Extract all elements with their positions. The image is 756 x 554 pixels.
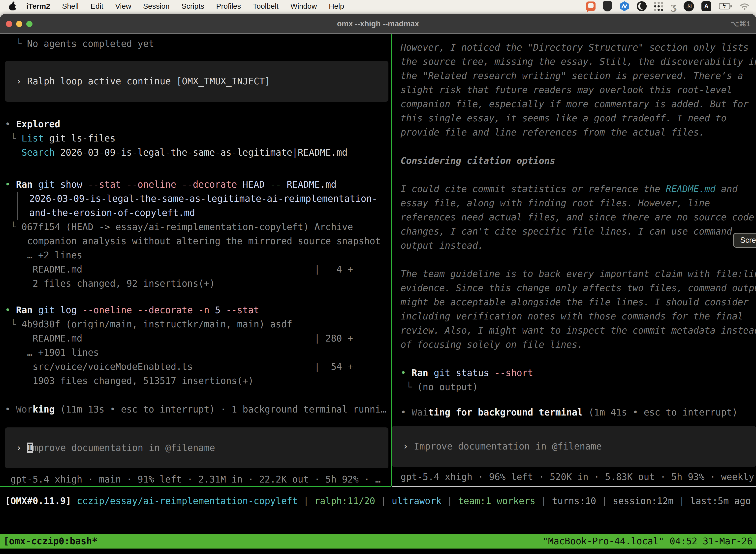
terminal-gap [5,417,391,428]
terminal-text-segment: (1m 41s • esc to interrupt) [583,407,738,418]
wifi-icon[interactable] [739,2,750,10]
blue-badge-icon[interactable] [619,1,629,11]
terminal-text-segment: The team guideline is to back every impo… [400,269,756,279]
terminal-text-segment: › [16,443,27,453]
terminal-text-segment: review. Also, I might want to inspect th… [400,325,756,336]
prompt-input-box[interactable]: › Improve documentation in @filename [392,426,756,467]
terminal-text-segment: git [38,179,55,190]
screen-share-pill[interactable]: Scre [733,233,756,248]
terminal-line: └ List git ls-files [5,131,391,146]
terminal-line: • Explored [5,117,391,131]
prompt-input-box[interactable]: › Ralph loop active continue [OMX_TMUX_I… [5,61,388,102]
terminal-line: gpt-5.4 xhigh · 96% left · 520K in · 5.8… [400,470,756,484]
terminal-text-segment: README.md [666,184,715,195]
apple-menu-icon[interactable] [8,1,17,11]
battery-bolt-icon: ϟ [722,2,726,9]
terminal-text-segment [5,147,21,158]
terminal-line: I could cite commit statistics or refere… [400,182,756,196]
terminal-text-segment: gpt-5.4 xhigh · main · 91% left · 2.31M … [5,474,381,485]
moon-circle-icon[interactable] [637,1,647,11]
terminal-line: review. Also, I might want to inspect th… [400,323,756,338]
terminal-line: • Ran git log --oneline --decorate -n 5 … [5,303,391,317]
omx-status-line: [OMX#0.11.9] cczip/essay/ai-reimplementa… [5,494,751,508]
terminal-text-segment: log [55,305,77,316]
terminal-line: companion file, especially if more comme… [400,97,756,111]
terminal-gap [5,388,391,402]
tmux-pane-right[interactable]: However, I noticed the "Directory Struct… [392,34,756,486]
battery-percent-badge[interactable]: ..61 [684,1,694,11]
tmux-host-clock: "MacBook-Pro-44.local" 04:52 31-Mar-26 [543,534,753,549]
terminal-text-segment: └ [5,133,21,144]
terminal-line: might be acceptable alongside the file l… [400,295,756,309]
terminal-line: … +2 lines [5,248,391,262]
terminal-text-segment: 2 files changed, 92 insertions(+) [5,278,215,289]
terminal-text-segment: • [5,179,16,190]
terminal-text-segment: ting for background terminal [428,407,583,418]
terminal-text-segment: No agents completed yet [27,39,154,49]
terminal-text-segment: -- [265,179,281,190]
menu-item-toolbelt[interactable]: Toolbelt [247,2,285,10]
terminal-line: └ No agents completed yet [5,37,391,51]
screen-share-pill-label: Scre [740,236,756,245]
terminal-text-segment: --stat --oneline --decorate [82,179,237,190]
terminal-text-segment [33,305,38,316]
terminal-text-segment: 067f154 (HEAD -> essay/ai-reimplementati… [21,222,353,232]
menu-item-shell[interactable]: Shell [56,2,84,10]
terminal-line: the source tree, missing the essay. Stil… [400,55,756,69]
terminal-line: slight risk that future readers may over… [400,83,756,97]
menu-item-iterm2[interactable]: iTerm2 [20,2,56,10]
window-title: omx --xhigh --madmax [0,14,756,34]
terminal-text-segment: references need actual files, and since … [400,212,754,223]
menu-item-view[interactable]: View [109,2,137,10]
terminal-text-segment: git ls-files [44,133,116,144]
shield-grid-icon[interactable] [603,1,612,11]
menu-item-help[interactable]: Help [323,2,350,10]
dots-grid-icon[interactable] [654,2,663,11]
terminal-gap [5,51,391,61]
terminal-text-segment: cczip/essay/ai-reimplementation-copyleft [77,496,298,506]
terminal-text-segment: and [715,184,738,195]
terminal-text-segment: Ran [412,368,428,378]
prompt-input-line: › Improve documentation in @filename [403,439,602,453]
menu-item-session[interactable]: Session [137,2,176,10]
terminal-gap [400,253,756,267]
menu-item-scripts[interactable]: Scripts [176,2,210,10]
terminal-text-segment: turns:10 [552,496,596,506]
menu-item-profiles[interactable]: Profiles [210,2,247,10]
terminal-text-segment [428,368,434,378]
terminal-text-segment: └ [5,319,21,330]
menu-item-edit[interactable]: Edit [84,2,109,10]
menu-items: iTerm2ShellEditViewSessionScriptsProfile… [20,2,350,10]
terminal-text-segment: changes, I can't cite specific file line… [400,226,732,237]
a-app-icon[interactable]: A [701,1,711,11]
terminal-line: and-the-erosion-of-copyleft.md [29,206,391,220]
squiggle-icon[interactable]: ʒ [671,1,676,12]
battery-icon[interactable]: ϟ [719,3,732,9]
tmux-session-label[interactable]: [omx-cczip0:bash* [3,534,98,549]
terminal-text-segment: Ran [16,305,33,316]
tmux-pane-left[interactable]: └ No agents completed yet› Ralph loop ac… [0,34,391,486]
terminal-line: 2 files changed, 92 insertions(+) [5,277,391,291]
terminal-line: references need actual files, and since … [400,210,756,224]
terminal-gap [400,420,756,426]
terminal-text-segment: › [16,76,27,87]
terminal-text-segment: show [55,179,82,190]
terminal-line: └ 067f154 (HEAD -> essay/ai-reimplementa… [5,220,391,234]
terminal-text-segment: | [375,496,392,506]
menu-status-icons: ʒ ..61 A ϟ [586,0,750,12]
terminal-text-segment: List [21,133,44,144]
terminal-text-segment: README.md [281,179,336,190]
terminal-text-segment: king [33,404,55,415]
terminal-text-segment: Wai [412,407,428,418]
zigzag-glyph [620,2,629,10]
pane-divider[interactable] [391,34,392,486]
screenshot-app-icon[interactable] [586,1,595,11]
prompt-input-box[interactable]: › Improve documentation in @filename [5,428,388,468]
command-continuation-group: 2026-03-09-is-legal-the-same-as-legitima… [17,191,391,220]
window-title-bar[interactable]: omx --xhigh --madmax ⌥⌘1 [0,14,756,34]
terminal-gap [400,168,756,182]
terminal-line: 1903 files changed, 513517 insertions(+) [5,374,391,388]
menu-item-window[interactable]: Window [285,2,323,10]
terminal-text-segment: status [450,368,489,378]
terminal-text-segment: session:12m [613,496,674,506]
